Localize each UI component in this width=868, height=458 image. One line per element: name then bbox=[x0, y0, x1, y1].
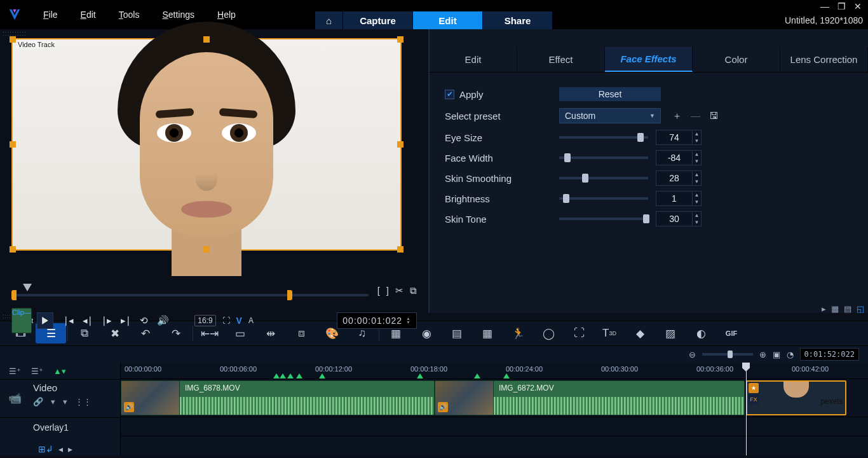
subtab-effect[interactable]: Effect bbox=[517, 47, 605, 72]
minimize-icon[interactable]: — bbox=[820, 1, 830, 11]
aspect-ratio[interactable]: 16:9 bbox=[194, 315, 215, 326]
resize-handle[interactable] bbox=[10, 246, 16, 253]
slider-1[interactable] bbox=[559, 156, 648, 159]
mode-edit[interactable]: Edit bbox=[413, 11, 483, 29]
crop-icon[interactable]: ⛶ bbox=[222, 316, 230, 325]
marker-icon[interactable] bbox=[417, 373, 423, 378]
fx-3-icon[interactable]: ▤ bbox=[442, 323, 472, 344]
resize-handle[interactable] bbox=[397, 246, 403, 253]
menu-edit[interactable]: Edit bbox=[69, 6, 107, 24]
marker-icon[interactable] bbox=[280, 373, 286, 378]
go-end-icon[interactable]: ▸∣ bbox=[121, 315, 131, 326]
volume-icon[interactable]: 🔊 bbox=[157, 315, 169, 326]
subtab-color[interactable]: Color bbox=[693, 47, 780, 72]
resize-handle[interactable] bbox=[203, 246, 210, 253]
slider-2[interactable] bbox=[559, 177, 648, 179]
3d-title-icon[interactable]: T3D bbox=[594, 323, 625, 344]
marker-icon[interactable] bbox=[503, 373, 510, 378]
resize-handle[interactable] bbox=[397, 141, 403, 148]
timeline-playhead[interactable] bbox=[746, 363, 747, 455]
preset-dropdown[interactable]: Custom bbox=[559, 108, 661, 123]
overlay-track-header[interactable]: Overlay1 bbox=[0, 417, 120, 436]
go-start-icon[interactable]: ∣◂ bbox=[64, 315, 74, 326]
fx-4-icon[interactable]: ▦ bbox=[472, 323, 503, 344]
menu-settings[interactable]: Settings bbox=[151, 6, 206, 24]
step-back-icon[interactable]: ◂∣ bbox=[83, 315, 93, 326]
slider-value-0[interactable]: ▲▼ bbox=[656, 130, 702, 145]
loop-icon[interactable]: ⟲ bbox=[140, 315, 148, 326]
resize-handle[interactable] bbox=[10, 141, 16, 148]
marker-toggle-icon[interactable]: ▲▾ bbox=[53, 366, 66, 376]
add-preset-icon[interactable]: ＋ bbox=[672, 110, 682, 122]
step-fwd-icon[interactable]: ∣▸ bbox=[102, 315, 112, 326]
marker-icon[interactable] bbox=[273, 373, 280, 378]
fit-icon[interactable]: ▣ bbox=[773, 350, 780, 359]
slider-0[interactable] bbox=[559, 136, 648, 139]
timeline-clip-selected[interactable]: ★FXpexels bbox=[746, 380, 846, 415]
menu-help[interactable]: Help bbox=[206, 6, 247, 24]
track-opts-2-icon[interactable]: ☰⁺ bbox=[31, 366, 43, 376]
ripple-icon[interactable]: ▾ bbox=[63, 397, 67, 406]
marker-icon[interactable] bbox=[296, 373, 302, 378]
resize-handle[interactable] bbox=[203, 36, 210, 43]
scrub-playhead[interactable] bbox=[23, 284, 32, 291]
restore-icon[interactable]: ❐ bbox=[836, 1, 846, 11]
zoom-slider[interactable] bbox=[702, 353, 753, 356]
subtab-face-effects[interactable]: Face Effects bbox=[605, 47, 693, 72]
slider-4[interactable] bbox=[559, 218, 648, 220]
overlay-track-lane[interactable] bbox=[121, 417, 868, 436]
scroll-left-icon[interactable]: ◂ bbox=[58, 444, 63, 454]
layout-1-icon[interactable]: ▦ bbox=[831, 304, 839, 314]
scrubber[interactable] bbox=[11, 285, 369, 299]
slider-3[interactable] bbox=[559, 197, 648, 200]
close-icon[interactable]: ✕ bbox=[853, 1, 863, 11]
track-opts-1-icon[interactable]: ☰⁺ bbox=[9, 366, 21, 376]
gif-icon[interactable]: GIF bbox=[716, 323, 747, 344]
marker-icon[interactable] bbox=[474, 373, 480, 378]
audio-toggle[interactable]: A bbox=[248, 316, 254, 325]
timeline-tracks[interactable]: 00:00:00:0000:00:06:0000:00:12:0000:00:1… bbox=[121, 363, 868, 455]
panel-grip[interactable] bbox=[430, 29, 868, 38]
lock-icon[interactable]: ▾ bbox=[51, 397, 55, 406]
exposure-icon[interactable]: ◐ bbox=[686, 323, 716, 344]
subtab-lens-correction[interactable]: Lens Correction bbox=[780, 47, 868, 72]
save-preset-icon[interactable]: 🖫 bbox=[709, 110, 719, 122]
mask-icon[interactable]: ◆ bbox=[625, 323, 655, 344]
snapshot-icon[interactable]: ⧉ bbox=[410, 285, 417, 296]
menu-tools[interactable]: Tools bbox=[107, 6, 151, 24]
video-track-header[interactable]: 📹 Video 🔗 ▾ ▾ ⋮⋮ bbox=[0, 379, 120, 417]
bracket-in-icon[interactable]: [ bbox=[377, 285, 380, 296]
scroll-right-icon[interactable]: ▸ bbox=[68, 444, 72, 454]
time-ruler[interactable]: 00:00:00:0000:00:06:0000:00:12:0000:00:1… bbox=[121, 363, 868, 379]
fx-chain-icon[interactable]: ⋮⋮ bbox=[75, 397, 92, 406]
marker-icon[interactable] bbox=[287, 373, 294, 378]
video-track-lane[interactable]: 🔊IMG_6878.MOV🔊IMG_6872.MOV★FXpexels bbox=[121, 379, 868, 417]
layout-2-icon[interactable]: ▤ bbox=[844, 304, 851, 314]
add-track-icon[interactable]: ⊞↲ bbox=[38, 444, 53, 454]
motion-icon[interactable]: 🏃 bbox=[503, 323, 533, 344]
video-toggle[interactable]: V bbox=[236, 316, 242, 326]
resize-handle[interactable] bbox=[10, 36, 16, 43]
apply-checkbox[interactable]: ✔ bbox=[445, 90, 454, 99]
layout-3-icon[interactable]: ◱ bbox=[857, 304, 864, 314]
marker-icon[interactable] bbox=[319, 373, 325, 378]
subtab-edit[interactable]: Edit bbox=[430, 47, 517, 72]
bracket-out-icon[interactable]: ] bbox=[386, 285, 389, 296]
resize-handle[interactable] bbox=[397, 36, 403, 43]
link-icon[interactable]: 🔗 bbox=[33, 397, 43, 406]
project-clip-toggle[interactable]: Project Clip— bbox=[11, 317, 33, 325]
track-icon[interactable]: ⛶ bbox=[564, 323, 594, 344]
remove-preset-icon[interactable]: — bbox=[691, 110, 700, 122]
slider-value-3[interactable]: ▲▼ bbox=[656, 191, 702, 206]
mode-capture[interactable]: Capture bbox=[343, 11, 413, 29]
mark-in[interactable] bbox=[11, 290, 17, 300]
reset-button[interactable]: Reset bbox=[559, 87, 661, 101]
cut-icon[interactable]: ✂ bbox=[395, 285, 403, 296]
clock-icon[interactable]: ◔ bbox=[787, 350, 794, 359]
scroll-right-icon[interactable]: ▸ bbox=[822, 304, 826, 314]
slider-value-1[interactable]: ▲▼ bbox=[656, 150, 702, 165]
mode-share[interactable]: Share bbox=[483, 11, 553, 29]
preview-viewport[interactable]: Video Track bbox=[11, 38, 402, 251]
timecode-display[interactable]: 00:00:01:022 ▲▼ bbox=[337, 312, 417, 329]
play-button[interactable] bbox=[37, 312, 53, 329]
